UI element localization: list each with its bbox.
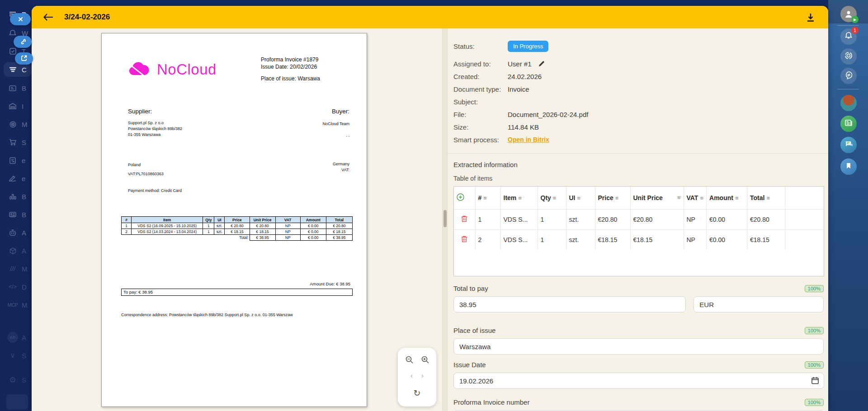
sidebar-item-apps[interactable]: A bbox=[4, 243, 32, 258]
sort-icon[interactable]: ≡ bbox=[766, 195, 770, 201]
field-label: Total to pay bbox=[453, 285, 488, 292]
right-rail: ▶ 1 bbox=[828, 0, 868, 411]
code-icon: </> bbox=[4, 284, 22, 290]
add-row-button[interactable] bbox=[457, 193, 464, 201]
supplier-logo: NoCloud bbox=[127, 61, 217, 79]
close-panel-button[interactable] bbox=[10, 13, 31, 25]
next-page-button[interactable]: › bbox=[421, 371, 424, 380]
bell-icon bbox=[844, 32, 853, 42]
sidebar-item-market[interactable]: /// M bbox=[4, 261, 32, 276]
chat-sync-icon bbox=[844, 71, 853, 81]
invoice-place-line: Place of issue: Warsawa bbox=[261, 75, 320, 82]
sort-icon[interactable]: ≡ bbox=[615, 195, 619, 201]
details-pane: Status: In Progress Assigned to: User #1… bbox=[448, 28, 828, 411]
payment-method: Payment method: Credit Card bbox=[128, 188, 182, 194]
newspaper-icon bbox=[844, 119, 853, 128]
document-modal: 3/24-02-2026 NoCloud Proforma Invoice #1… bbox=[32, 6, 828, 411]
scrollbar-thumb[interactable] bbox=[443, 210, 447, 227]
meta-row-size: Size: 114.84 KB bbox=[453, 121, 824, 133]
rail-divider bbox=[837, 89, 859, 89]
rotate-button[interactable]: ↻ bbox=[414, 388, 421, 398]
supplier-heading: Supplier: bbox=[128, 108, 152, 115]
edit-assignee-button[interactable] bbox=[538, 61, 545, 67]
sidebar-item-inventory[interactable]: I bbox=[4, 98, 32, 114]
chats-button[interactable] bbox=[840, 137, 857, 153]
gear-icon: ⚙ bbox=[4, 375, 22, 385]
issue-date-input[interactable] bbox=[453, 373, 824, 389]
field-proforma-number: Proforma Invoice number 100% bbox=[453, 398, 824, 411]
sort-icon[interactable]: ≡ bbox=[677, 194, 681, 201]
sidebar-item-ai[interactable]: A bbox=[4, 225, 32, 240]
open-external-button[interactable] bbox=[15, 52, 33, 65]
sidebar-item-show-more[interactable]: ∨ S bbox=[4, 348, 32, 363]
sidebar-item-sales[interactable]: S bbox=[4, 135, 32, 150]
modal-header: 3/24-02-2026 bbox=[32, 6, 828, 28]
total-to-pay-input[interactable] bbox=[453, 296, 686, 313]
field-total-to-pay: Total to pay 100% bbox=[453, 285, 824, 313]
place-of-issue-input[interactable] bbox=[453, 338, 824, 355]
messenger-sync-button[interactable] bbox=[840, 68, 857, 84]
field-label: Proforma Invoice number bbox=[453, 398, 529, 406]
feed-icon bbox=[4, 30, 22, 36]
sidebar-bottom-button[interactable] bbox=[6, 394, 28, 410]
supplier-country: Poland bbox=[128, 162, 141, 168]
table-of-items-label: Table of items bbox=[453, 175, 824, 182]
invoice-issue-date-line: Issue Date: 20/02/2026 bbox=[261, 63, 320, 70]
sort-icon[interactable]: ≡ bbox=[577, 195, 581, 201]
back-button[interactable] bbox=[43, 11, 56, 23]
sort-icon[interactable]: ≡ bbox=[735, 195, 739, 201]
supplier-vat: VAT:PL7010860363 bbox=[128, 171, 164, 177]
currency-input[interactable] bbox=[693, 296, 824, 313]
pdf-viewer-controls: ‹ › ↻ bbox=[398, 348, 436, 406]
cube-icon bbox=[4, 248, 22, 254]
notifications-button[interactable]: 1 bbox=[840, 28, 857, 45]
pdf-preview-pane[interactable]: NoCloud Proforma Invoice #1879 Issue Dat… bbox=[32, 28, 442, 411]
correspondence-address: Correspondence address: Powstanców śląsk… bbox=[121, 313, 293, 317]
sidebar-item-bi[interactable]: B bbox=[4, 189, 32, 204]
amount-due: Amount Due: € 38.95 bbox=[310, 281, 350, 286]
external-link-icon bbox=[21, 55, 27, 63]
buyer-address: NoCloud Team , , bbox=[323, 121, 349, 138]
items-table-header: #≡ Item≡ Qty≡ UI≡ Price≡ Unit Price≡ VAT… bbox=[454, 187, 824, 209]
sidebar-item-ad[interactable]: AD A bbox=[4, 330, 32, 345]
sidebar-item-esign[interactable]: e bbox=[4, 153, 32, 168]
document-sign-icon bbox=[4, 157, 22, 164]
open-in-bitrix-link[interactable]: Open in Bitrix bbox=[508, 136, 549, 143]
copilot-button[interactable] bbox=[840, 48, 857, 65]
sidebar-item-mcp[interactable]: MCP M bbox=[4, 297, 32, 313]
field-label: Place of issue bbox=[453, 327, 495, 334]
sort-icon[interactable]: ≡ bbox=[483, 195, 487, 201]
zoom-in-button[interactable] bbox=[421, 356, 429, 364]
ai-assistant-avatar[interactable] bbox=[840, 95, 857, 111]
sort-icon[interactable]: ≡ bbox=[518, 195, 522, 201]
status-badge[interactable]: In Progress bbox=[508, 41, 548, 52]
shopping-cart-icon bbox=[4, 139, 22, 145]
sidebar-item-booking[interactable]: B bbox=[4, 80, 32, 96]
sidebar-item-business-card[interactable]: B bbox=[4, 207, 32, 222]
calendar-icon[interactable] bbox=[811, 377, 819, 386]
invoice-number-line: Proforma Invoice #1879 bbox=[261, 56, 320, 63]
sort-icon[interactable]: ≡ bbox=[700, 195, 703, 201]
confidence-badge: 100% bbox=[805, 285, 824, 292]
file-name: Document_2026-02-24.pdf bbox=[508, 111, 588, 118]
delete-row-button[interactable] bbox=[461, 235, 467, 243]
news-button[interactable] bbox=[840, 116, 857, 132]
pane-divider bbox=[442, 28, 448, 411]
close-icon bbox=[18, 15, 23, 23]
user-avatar[interactable]: ▶ bbox=[840, 6, 857, 22]
to-pay-box: To pay: € 38.95 bbox=[121, 289, 353, 296]
copy-link-button[interactable] bbox=[14, 36, 32, 48]
sidebar-item-marketing[interactable]: M bbox=[4, 117, 32, 132]
sort-icon[interactable]: ≡ bbox=[553, 195, 557, 201]
zoom-out-button[interactable] bbox=[406, 356, 413, 364]
sidebar-item-developer[interactable]: </> D bbox=[4, 279, 32, 294]
sidebar-item-esign-hr[interactable]: e bbox=[4, 171, 32, 186]
download-button[interactable] bbox=[805, 11, 816, 23]
assigned-to-value[interactable]: User #1 bbox=[508, 60, 532, 68]
confidence-badge: 100% bbox=[805, 327, 824, 334]
previous-page-button[interactable]: ‹ bbox=[410, 371, 413, 380]
sidebar-item-settings[interactable]: ⚙ S bbox=[4, 372, 32, 388]
delete-row-button[interactable] bbox=[461, 215, 467, 222]
notification-count-badge: 1 bbox=[851, 27, 859, 34]
bookmarks-button[interactable] bbox=[840, 159, 857, 175]
